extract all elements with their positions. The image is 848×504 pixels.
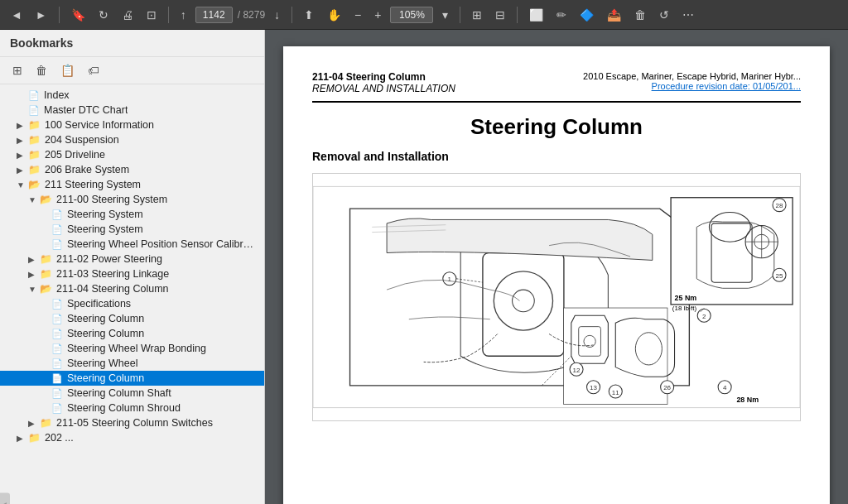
zoom-input[interactable] <box>390 7 433 23</box>
separator-5 <box>517 7 518 23</box>
revision-link[interactable]: Procedure revision date: 01/05/201... <box>583 81 801 91</box>
bookmark-button[interactable]: 🔖 <box>67 6 89 24</box>
sidebar-item-204[interactable]: ▶ 📁 204 Suspension <box>0 132 264 147</box>
doc-icon <box>51 387 63 399</box>
doc-icon <box>51 313 63 324</box>
sidebar-item-205[interactable]: ▶ 📁 205 Driveline <box>0 147 264 162</box>
svg-text:(18 lb·ft): (18 lb·ft) <box>672 305 697 312</box>
cursor-tool-button[interactable]: ⬆ <box>300 6 318 24</box>
sidebar-item-202[interactable]: ▶ 📁 202 ... <box>0 430 264 445</box>
sidebar-item-specifications[interactable]: Specifications <box>0 296 264 311</box>
delete-bookmark-button[interactable]: 🗑 <box>31 61 51 79</box>
sidebar-item-steering-column-1[interactable]: Steering Column <box>0 311 264 326</box>
sidebar-item-label: Steering Column Shaft <box>67 387 171 399</box>
doc-icon <box>51 343 63 354</box>
sidebar-item-100[interactable]: ▶ 📁 100 Service Information <box>0 118 264 132</box>
pan-tool-button[interactable]: ✋ <box>323 6 345 24</box>
svg-text:13: 13 <box>590 384 597 391</box>
rotate-button[interactable]: ↺ <box>655 6 673 24</box>
sidebar-item-index[interactable]: Index <box>0 88 264 103</box>
zoom-to-fit-button[interactable]: ⊡ <box>142 6 161 24</box>
zoom-out-button[interactable]: − <box>350 6 365 24</box>
stamp-button[interactable]: 🔷 <box>576 6 598 24</box>
fit-width-button[interactable]: ⊞ <box>468 6 486 24</box>
svg-text:4: 4 <box>723 384 727 391</box>
zoom-dropdown-button[interactable]: ▾ <box>438 6 452 24</box>
doc-icon <box>28 104 40 116</box>
more-button[interactable]: ⋯ <box>678 6 698 24</box>
expand-icon <box>17 106 28 115</box>
sidebar-item-211[interactable]: ▼ 📂 211 Steering System <box>0 177 264 192</box>
folder-icon: 📁 <box>28 134 41 146</box>
svg-text:25: 25 <box>776 272 783 280</box>
sidebar-item-steering-column-shroud[interactable]: Steering Column Shroud <box>0 401 264 415</box>
prev-page-button[interactable]: ↑ <box>176 6 190 24</box>
svg-text:28: 28 <box>776 202 783 209</box>
svg-text:1: 1 <box>448 276 452 283</box>
refresh-button[interactable]: ↻ <box>94 6 113 24</box>
delete-button[interactable]: 🗑 <box>630 6 650 24</box>
expand-icon <box>40 329 51 338</box>
pdf-section-heading: Removal and Installation <box>312 150 801 163</box>
next-page-button[interactable]: ↓ <box>270 6 284 24</box>
sidebar-item-steering-column-2[interactable]: Steering Column <box>0 326 264 341</box>
forward-button[interactable]: ► <box>31 6 51 24</box>
folder-open-icon: 📂 <box>40 283 52 295</box>
sidebar-item-steering-column-shaft[interactable]: Steering Column Shaft <box>0 386 264 401</box>
send-button[interactable]: 📤 <box>603 6 625 24</box>
expand-all-button[interactable]: ⊞ <box>8 61 26 79</box>
doc-icon <box>51 238 63 250</box>
expand-icon <box>40 210 51 219</box>
expand-icon: ▶ <box>28 419 40 428</box>
sidebar-item-211-03[interactable]: ▶ 📁 211-03 Steering Linkage <box>0 266 264 281</box>
sidebar-item-steering-system-1[interactable]: Steering System <box>0 207 264 222</box>
print-button[interactable]: 🖨 <box>118 6 137 24</box>
sidebar-item-label: Index <box>44 89 70 101</box>
doc-icon <box>51 209 63 220</box>
sidebar-item-label: Steering Column <box>67 313 144 324</box>
move-bookmark-button[interactable]: 📋 <box>56 61 79 79</box>
folder-icon: 📁 <box>40 268 52 280</box>
folder-icon: 📁 <box>28 432 41 444</box>
sidebar-item-steering-system-2[interactable]: Steering System <box>0 222 264 237</box>
sidebar-item-211-04[interactable]: ▼ 📂 211-04 Steering Column <box>0 281 264 296</box>
expand-icon <box>40 225 51 234</box>
zoom-in-button[interactable]: + <box>370 6 385 24</box>
pdf-viewer[interactable]: 211-04 Steering Column REMOVAL AND INSTA… <box>265 30 848 504</box>
sidebar-item-211-05[interactable]: ▶ 📁 211-05 Steering Column Switches <box>0 415 264 430</box>
svg-text:28 Nm: 28 Nm <box>736 396 759 404</box>
separator-4 <box>460 7 460 23</box>
expand-icon: ▼ <box>28 285 40 294</box>
doc-icon <box>28 89 40 101</box>
sidebar-item-211-00[interactable]: ▼ 📂 211-00 Steering System <box>0 192 264 207</box>
page-input[interactable] <box>195 7 233 23</box>
doc-icon <box>51 358 63 369</box>
back-button[interactable]: ◄ <box>7 6 26 24</box>
sidebar-item-label: 211-04 Steering Column <box>56 283 169 295</box>
expand-icon: ▶ <box>17 151 28 160</box>
section-number: 211-04 Steering Column <box>312 71 455 83</box>
sidebar-item-211-02[interactable]: ▶ 📁 211-02 Power Steering <box>0 252 264 266</box>
marquee-zoom-button[interactable]: ⬜ <box>525 6 547 24</box>
tag-bookmark-button[interactable]: 🏷 <box>84 61 104 79</box>
pdf-header-right: 2010 Escape, Mariner, Escape Hybrid, Mar… <box>583 71 801 91</box>
expand-icon <box>40 344 51 353</box>
annotate-button[interactable]: ✏ <box>552 6 571 24</box>
sidebar-item-steering-wheel-wrap[interactable]: Steering Wheel Wrap Bonding <box>0 341 264 356</box>
folder-open-icon: 📂 <box>28 179 41 190</box>
svg-text:26: 26 <box>663 384 671 391</box>
expand-icon: ▶ <box>28 255 40 264</box>
expand-icon: ▼ <box>17 180 28 190</box>
sidebar-item-206[interactable]: ▶ 📁 206 Brake System <box>0 162 264 177</box>
sidebar-item-steering-column-selected[interactable]: Steering Column <box>0 371 264 386</box>
separator-2 <box>168 7 169 23</box>
sidebar-item-steering-wheel-sensor[interactable]: Steering Wheel Position Sensor Calibrati… <box>0 237 264 252</box>
folder-icon: 📁 <box>28 149 41 161</box>
sidebar-item-label: 205 Driveline <box>45 149 105 161</box>
sidebar-item-master-dtc[interactable]: Master DTC Chart <box>0 103 264 118</box>
fit-page-button[interactable]: ⊟ <box>491 6 509 24</box>
sidebar-item-steering-wheel[interactable]: Steering Wheel <box>0 356 264 371</box>
expand-icon: ▶ <box>17 121 28 130</box>
vehicle-info: 2010 Escape, Mariner, Escape Hybrid, Mar… <box>583 71 801 81</box>
sidebar-item-label: 211-03 Steering Linkage <box>56 268 169 280</box>
